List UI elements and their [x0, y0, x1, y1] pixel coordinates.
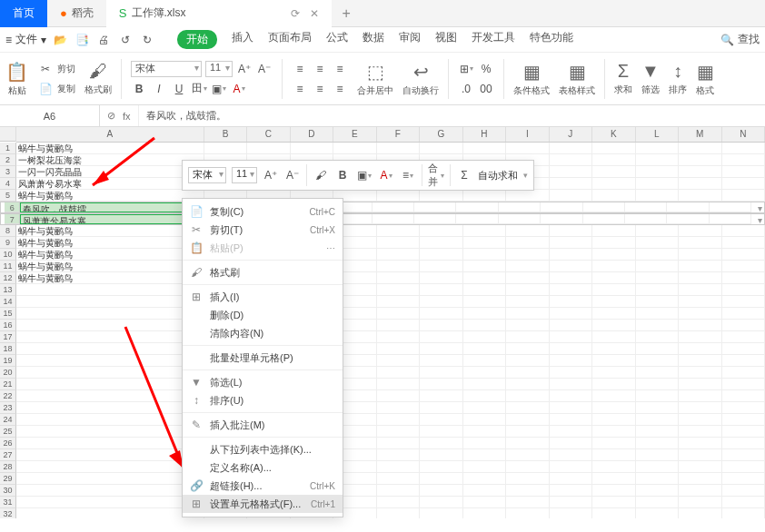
tab-close-icon[interactable]: ✕	[310, 7, 319, 20]
cell[interactable]	[463, 272, 507, 284]
tab-refresh-icon[interactable]: ⟳	[291, 7, 300, 20]
merge-button[interactable]: ⬚合并居中	[357, 61, 393, 97]
col-header-E[interactable]: E	[333, 127, 376, 142]
cell[interactable]	[679, 355, 722, 367]
cell[interactable]	[550, 166, 593, 178]
cell[interactable]	[592, 154, 636, 166]
cell[interactable]	[679, 166, 722, 178]
cell[interactable]	[550, 331, 593, 343]
cell[interactable]	[710, 214, 751, 224]
cell[interactable]	[722, 178, 765, 190]
cell[interactable]	[679, 190, 722, 202]
cell[interactable]	[722, 343, 765, 355]
cell[interactable]	[625, 214, 667, 224]
col-header-D[interactable]: D	[291, 127, 333, 142]
row-header[interactable]: 25	[0, 426, 16, 438]
cell[interactable]	[722, 143, 765, 154]
cell[interactable]	[679, 225, 722, 237]
cell[interactable]	[463, 497, 507, 508]
cell[interactable]	[550, 154, 593, 166]
cell[interactable]	[722, 390, 765, 402]
cell[interactable]	[373, 202, 414, 212]
cell[interactable]	[420, 296, 463, 308]
filter-button[interactable]: ▼筛选	[641, 61, 660, 96]
qat-open-icon[interactable]: 📂	[52, 32, 68, 48]
cell[interactable]	[583, 202, 625, 212]
formula-input[interactable]: 春风吹，战鼓擂。	[139, 109, 233, 123]
cell[interactable]	[550, 237, 593, 249]
font-select[interactable]: 宋体	[131, 61, 202, 77]
cell[interactable]	[16, 402, 204, 414]
ribbon-tab-dev[interactable]: 开发工具	[472, 30, 515, 49]
cell[interactable]	[420, 497, 463, 508]
qat-save-icon[interactable]: 📑	[74, 32, 90, 48]
row-header[interactable]: 23	[0, 402, 16, 414]
cell[interactable]	[583, 214, 625, 224]
cell[interactable]	[463, 308, 507, 320]
cell[interactable]	[550, 272, 593, 284]
cell[interactable]	[463, 426, 507, 438]
cell[interactable]	[506, 284, 550, 296]
cell[interactable]	[636, 449, 680, 461]
cell[interactable]	[377, 284, 421, 296]
cell[interactable]	[420, 379, 463, 390]
cell[interactable]	[550, 249, 593, 261]
cell[interactable]: 蜗牛与黄鹂鸟	[16, 272, 204, 284]
cell[interactable]	[592, 190, 636, 202]
cell[interactable]	[463, 367, 507, 379]
cell[interactable]	[420, 331, 463, 343]
cell[interactable]	[420, 355, 463, 367]
cell[interactable]	[463, 249, 507, 261]
cell[interactable]	[667, 214, 709, 224]
row-header[interactable]: 8	[0, 225, 16, 237]
row-header[interactable]: 5	[0, 190, 16, 202]
cell[interactable]	[722, 284, 765, 296]
cell[interactable]	[16, 473, 204, 485]
cell[interactable]	[506, 225, 550, 237]
row-header[interactable]: 24	[0, 414, 16, 426]
cell[interactable]	[679, 143, 722, 154]
cell[interactable]	[722, 379, 765, 390]
row-header[interactable]: 15	[0, 308, 16, 320]
cell[interactable]	[463, 402, 507, 414]
cell[interactable]	[636, 154, 680, 166]
cell[interactable]	[506, 343, 550, 355]
cell[interactable]	[679, 343, 722, 355]
cell[interactable]: 蜗牛与黄鹂鸟	[16, 237, 204, 249]
cell[interactable]	[420, 237, 463, 249]
menu-item[interactable]: 📄复制(C)Ctrl+C	[183, 202, 343, 221]
fx-label[interactable]: ⊘fx	[100, 105, 139, 126]
cell[interactable]	[550, 473, 593, 485]
cell[interactable]	[16, 355, 204, 367]
cell[interactable]	[550, 367, 593, 379]
cell[interactable]	[420, 461, 463, 473]
cell[interactable]	[16, 331, 204, 343]
cell[interactable]	[679, 485, 722, 497]
row-header[interactable]: 9	[0, 237, 16, 249]
cell[interactable]	[636, 426, 680, 438]
menu-item[interactable]: 删除(D)	[183, 306, 343, 324]
cell[interactable]	[636, 308, 680, 320]
cell[interactable]: 风萧萧兮易水寒	[20, 214, 204, 224]
row-header[interactable]: 16	[0, 320, 16, 331]
cell[interactable]	[506, 320, 550, 331]
cut-icon[interactable]: ✂	[37, 61, 54, 77]
cell[interactable]	[420, 308, 463, 320]
row-header[interactable]: 14	[0, 296, 16, 308]
cell[interactable]	[592, 225, 636, 237]
cell[interactable]	[550, 485, 593, 497]
row-header[interactable]: 27	[0, 449, 16, 461]
cell[interactable]	[592, 508, 636, 518]
cell[interactable]	[414, 214, 456, 224]
cell[interactable]	[722, 249, 765, 261]
cell[interactable]	[550, 296, 593, 308]
qat-print-icon[interactable]: 🖨	[95, 32, 112, 48]
cell[interactable]	[679, 308, 722, 320]
col-header-I[interactable]: I	[506, 127, 549, 142]
cell[interactable]	[377, 190, 421, 202]
mini-painter-icon[interactable]: 🖌	[313, 167, 329, 183]
cell[interactable]	[463, 143, 507, 154]
cell[interactable]	[499, 214, 541, 224]
cell[interactable]	[550, 225, 593, 237]
cell[interactable]	[420, 438, 463, 449]
